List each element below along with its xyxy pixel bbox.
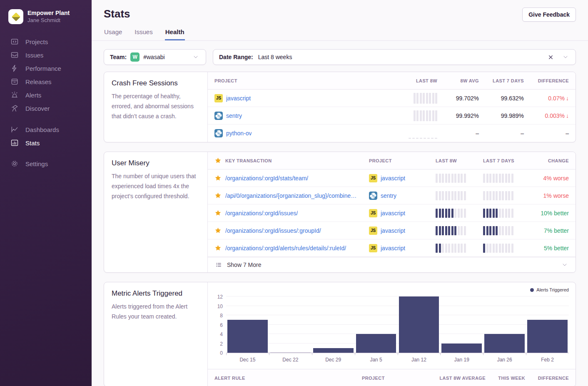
tabbar: Usage Issues Health [92, 22, 588, 41]
last7-value: 99.989% [501, 112, 524, 119]
table-header: Project Last 8w 8w Avg Last 7 Days Diffe… [208, 72, 576, 90]
main-content: Stats Give Feedback Usage Issues Health … [92, 0, 588, 386]
project-link[interactable]: javascript [381, 210, 405, 217]
star-toggle-icon[interactable] [214, 192, 222, 199]
table-row: /api/0/organizations/{organization_slug}… [208, 187, 576, 204]
sidebar-item-releases[interactable]: Releases [0, 75, 92, 88]
table-row: /organizations/:orgId/issues/:groupId/ J… [208, 222, 576, 239]
sparkline-last-8w [436, 191, 483, 200]
sidebar-item-alerts[interactable]: Alerts [0, 88, 92, 102]
last7-value: 99.632% [501, 95, 524, 102]
python-platform-icon [369, 192, 377, 200]
sparkline-last-8w [414, 93, 438, 104]
performance-icon [10, 64, 19, 72]
chart-legend: Alerts Triggered [214, 286, 569, 293]
date-range-value: Last 8 weeks [258, 54, 292, 60]
chevron-down-icon [192, 53, 200, 61]
star-toggle-icon[interactable] [214, 227, 222, 234]
table-header: Alert Rule Project Last 8w Average This … [208, 369, 576, 386]
change-value: 5% better [544, 245, 569, 252]
table-row: /organizations/:orgId/stats/team/ JSjava… [208, 169, 576, 187]
tab-health[interactable]: Health [165, 28, 185, 40]
transaction-link[interactable]: /api/0/organizations/{organization_slug}… [225, 192, 356, 199]
crash-free-sessions-panel: Crash Free Sessions The percentage of he… [104, 72, 576, 142]
sidebar-item-settings[interactable]: Settings [0, 157, 92, 170]
change-value: 10% better [541, 210, 569, 217]
javascript-platform-icon: JS [369, 227, 377, 235]
project-link[interactable]: javascript [381, 245, 405, 252]
table-row: sentry 99.992% 99.989% 0.003%↓ [208, 107, 576, 125]
javascript-platform-icon: JS [369, 174, 377, 182]
panel-description: Alerts triggered from the Alert Rules yo… [112, 301, 200, 321]
table-row: /organizations/:orgId/issues/ JSjavascri… [208, 204, 576, 222]
transaction-link[interactable]: /organizations/:orgId/issues/ [225, 210, 298, 217]
avg-value: 99.992% [456, 112, 479, 119]
chart-plot-area [226, 294, 569, 353]
sparkline-last-7d [483, 191, 531, 200]
sidebar: Empower Plant Jane Schmidt Projects Issu… [0, 0, 92, 386]
tab-issues[interactable]: Issues [134, 28, 153, 40]
releases-icon [10, 77, 19, 86]
issues-icon [10, 51, 19, 59]
clear-icon[interactable] [546, 53, 555, 61]
page-title: Stats [104, 7, 130, 20]
sparkline-last-7d [483, 244, 531, 253]
show-more-button[interactable]: Show 7 More [208, 257, 576, 272]
javascript-platform-icon: JS [214, 94, 223, 102]
chart-y-axis: 024681012 [214, 294, 226, 353]
give-feedback-button[interactable]: Give Feedback [522, 7, 576, 22]
panel-description: The percentage of healthy, errored, and … [112, 91, 200, 121]
empower-plant-diamond-icon [11, 12, 20, 21]
sparkline-last-7d [483, 209, 531, 218]
tab-usage[interactable]: Usage [104, 28, 122, 40]
star-toggle-icon[interactable] [214, 209, 222, 217]
alerts-siren-icon [10, 91, 19, 99]
change-value: 7% better [544, 227, 569, 234]
project-link[interactable]: python-ov [226, 130, 252, 137]
sidebar-item-dashboards[interactable]: Dashboards [0, 123, 92, 136]
org-switcher[interactable]: Empower Plant Jane Schmidt [0, 0, 92, 24]
table-row: /organizations/:orgId/alerts/rules/detai… [208, 239, 576, 257]
filter-bar: Team: W #wasabi Date Range: Last 8 weeks [104, 49, 576, 65]
discover-telescope-icon [10, 104, 19, 112]
metric-alerts-panel: Metric Alerts Triggered Alerts triggered… [104, 282, 576, 386]
chevron-down-icon [561, 261, 569, 269]
project-link[interactable]: javascript [381, 227, 405, 234]
sidebar-item-issues[interactable]: Issues [0, 48, 92, 62]
sidebar-item-projects[interactable]: Projects [0, 35, 92, 48]
org-logo [8, 9, 23, 24]
dashboards-chart-icon [10, 125, 19, 134]
team-label: Team: [110, 54, 127, 60]
legend-label: Alerts Triggered [536, 287, 569, 292]
difference-value: 0.07%↓ [548, 95, 569, 102]
sidebar-item-stats[interactable]: Stats [0, 136, 92, 149]
avg-value: 99.702% [456, 95, 479, 102]
project-link[interactable]: javascript [226, 95, 251, 102]
project-link[interactable]: sentry [226, 112, 242, 119]
projects-icon [10, 37, 19, 46]
sparkline-last-7d [483, 174, 531, 183]
transaction-link[interactable]: /organizations/:orgId/stats/team/ [225, 175, 308, 182]
sparkline-last-8w [414, 110, 438, 121]
star-toggle-icon[interactable] [214, 244, 222, 252]
table-row: python-ov – – – [208, 125, 576, 142]
key-transaction-star-icon [214, 157, 222, 164]
team-select[interactable]: Team: W #wasabi [104, 49, 206, 65]
org-name: Empower Plant [27, 10, 70, 17]
transaction-link[interactable]: /organizations/:orgId/alerts/rules/detai… [225, 245, 346, 252]
team-avatar: W [130, 52, 140, 62]
transaction-link[interactable]: /organizations/:orgId/issues/:groupId/ [225, 227, 321, 234]
sparkline-last-8w [436, 244, 483, 253]
arrow-down-icon: ↓ [566, 95, 569, 102]
difference-value: – [566, 130, 569, 137]
chevron-down-icon [561, 53, 570, 61]
user-misery-panel: User Misery The number of unique users t… [104, 152, 576, 273]
star-toggle-icon[interactable] [214, 174, 222, 182]
sidebar-item-discover[interactable]: Discover [0, 102, 92, 115]
sparkline-last-7d [483, 226, 531, 235]
project-link[interactable]: sentry [381, 192, 396, 199]
date-range-select[interactable]: Date Range: Last 8 weeks [213, 49, 576, 65]
sidebar-item-performance[interactable]: Performance [0, 62, 92, 75]
user-name: Jane Schmidt [27, 17, 70, 24]
project-link[interactable]: javascript [381, 175, 405, 182]
